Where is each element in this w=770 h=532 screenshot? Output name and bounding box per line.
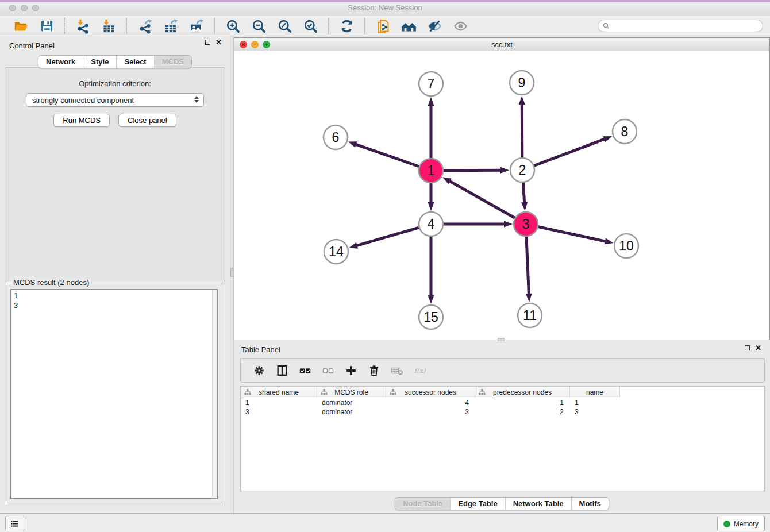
graph-node-label: 1 [428,163,435,178]
zoom-fit-button[interactable] [276,17,294,35]
graph-node-label: 6 [332,130,340,145]
mcds-result-group: MCDS result (2 nodes) 1 3 [7,283,221,503]
tab-network[interactable]: Network [38,56,83,68]
show-all-button[interactable] [400,17,418,35]
show-columns-button[interactable] [276,364,288,377]
tab-motifs[interactable]: Motifs [572,498,609,510]
clone-network-button[interactable] [374,17,392,35]
import-network-button[interactable] [74,17,92,35]
control-panel: Control Panel ✕ Network Style Select MCD… [0,36,230,513]
tab-mcds[interactable]: MCDS [155,56,191,68]
search-icon [603,22,610,29]
tab-node-table[interactable]: Node Table [395,498,451,510]
graph-node-label: 2 [519,163,526,178]
export-image-button[interactable] [188,17,206,35]
table-settings-button[interactable] [253,364,265,377]
delete-table-button[interactable] [391,364,403,377]
import-table-button[interactable] [100,17,118,35]
save-session-button[interactable] [38,17,56,35]
edge-arrowhead [605,238,614,245]
search-input[interactable] [613,21,758,30]
zoom-selected-icon [303,18,318,34]
export-table-icon [163,18,179,34]
edge-2-8[interactable] [534,139,606,166]
save-icon [39,18,55,34]
edge-3-11[interactable] [526,237,529,295]
delete-table-icon [391,364,403,377]
float-panel-icon[interactable] [205,40,210,45]
hide-selected-button[interactable] [426,17,444,35]
tab-select[interactable]: Select [117,56,154,68]
network-window-titlebar: ✕ − + scc.txt [234,38,769,52]
function-builder-button[interactable]: f(x) [414,364,426,377]
optimization-criterion-select[interactable]: strongly connected component [26,93,204,107]
control-panel-tabs: Network Style Select MCDS [0,55,230,68]
svg-text:f(x): f(x) [414,367,426,375]
network-canvas[interactable]: 1234678910111415 [234,51,769,340]
delete-column-button[interactable] [368,364,380,377]
edge-2-9[interactable] [522,103,522,157]
edge-3-1[interactable] [449,181,514,218]
splitter-grip[interactable] [230,268,233,277]
graph-node-label: 8 [621,124,629,139]
graph-node-label: 4 [428,217,435,232]
graph-node-label: 7 [428,76,435,91]
memory-button[interactable]: Memory [717,516,765,531]
graph-node-label: 9 [518,75,526,90]
task-history-button[interactable] [5,516,24,531]
show-hidden-button[interactable] [452,17,469,35]
column-header-shared-name[interactable]: shared name [241,387,317,398]
memory-label: Memory [734,520,759,528]
edge-2-3[interactable] [523,183,524,203]
export-network-button[interactable] [136,17,154,35]
column-header-name[interactable]: name [570,387,620,398]
mcds-result-line: 1 [14,291,217,300]
table-panel: Table Panel ✕ [234,342,770,513]
zoom-in-button[interactable] [224,17,242,35]
open-session-button[interactable] [12,17,30,35]
mcds-result-line: 3 [14,300,217,310]
memory-status-icon [723,521,730,527]
panel-splitter[interactable] [230,36,234,513]
table-toolbar: f(x) [240,358,765,383]
tab-network-table[interactable]: Network Table [506,498,572,510]
add-column-button[interactable] [345,364,357,377]
deselect-all-button[interactable] [322,364,334,377]
edge-3-10[interactable] [538,227,606,242]
close-panel-button[interactable]: Close panel [118,114,176,127]
edge-1-6[interactable] [355,144,419,167]
close-panel-icon[interactable]: ✕ [215,40,222,45]
window-title: Session: New Session [0,3,770,12]
edge-arrowhead [428,97,434,106]
search-field[interactable] [598,20,763,32]
node-table: shared name MCDS role successor nodes pr… [240,386,765,491]
apply-layout-button[interactable] [338,17,356,35]
edge-4-14[interactable] [356,228,419,246]
tab-style[interactable]: Style [83,56,117,68]
close-table-panel-icon[interactable]: ✕ [755,345,761,350]
toolbar-separator [328,18,329,34]
edge-arrowhead [504,221,513,228]
select-all-button[interactable] [299,364,311,377]
edge-arrowhead [526,294,532,302]
main-toolbar [0,16,770,36]
column-header-mcds-role[interactable]: MCDS role [317,387,386,398]
hierarchy-icon [244,389,251,396]
mcds-result-textarea[interactable]: 1 3 [10,289,218,499]
application-window: Session: New Session [0,0,770,532]
tab-edge-table[interactable]: Edge Table [451,498,505,510]
result-scrollbar[interactable] [212,290,217,498]
float-table-panel-icon[interactable] [745,345,750,350]
plus-icon [345,364,357,377]
horizontal-splitter-grip[interactable] [498,338,505,341]
table-row[interactable]: 1 dominator 4 1 1 [241,398,764,407]
table-row[interactable]: 3 dominator 3 2 3 [241,407,764,417]
table-header-row: shared name MCDS role successor nodes pr… [241,387,764,398]
run-mcds-button[interactable]: Run MCDS [53,114,110,127]
export-table-button[interactable] [162,17,180,35]
column-header-predecessor-nodes[interactable]: predecessor nodes [475,387,570,398]
column-header-successor-nodes[interactable]: successor nodes [386,387,475,398]
zoom-selected-button[interactable] [302,17,319,35]
edge-1-2[interactable] [444,170,502,171]
zoom-out-button[interactable] [250,17,268,35]
